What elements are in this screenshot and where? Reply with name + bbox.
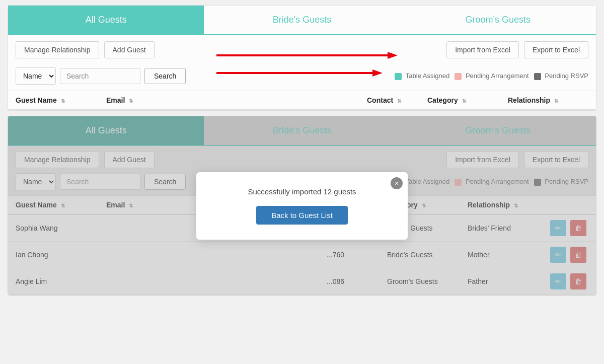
- top-filter-row: Name Search Table Assigned Pending Arran…: [8, 64, 596, 91]
- sort-arrows-relationship-top[interactable]: ⇅: [554, 98, 558, 104]
- legend-pending-rsvp-top: Pending RSVP: [534, 72, 588, 80]
- legend-dot-table-assigned-top: [395, 73, 402, 80]
- modal-close-button[interactable]: ×: [391, 177, 403, 189]
- search-input-top[interactable]: [60, 68, 140, 84]
- legend-dot-arrangement-top: [455, 73, 462, 80]
- col-header-email-top[interactable]: Email ⇅: [106, 96, 367, 104]
- sort-arrows-category-top[interactable]: ⇅: [462, 98, 466, 104]
- col-header-category-top[interactable]: Category ⇅: [427, 96, 508, 104]
- legend-table-assigned-top: Table Assigned: [395, 72, 449, 80]
- tab-all-guests-top[interactable]: All Guests: [8, 6, 204, 34]
- legend-pending-arrangement-top: Pending Arrangement: [455, 72, 528, 80]
- bottom-panel: All Guests Bride's Guests Groom's Guests…: [8, 116, 596, 296]
- tab-grooms-guests-top[interactable]: Groom's Guests: [400, 6, 596, 34]
- export-excel-button-top[interactable]: Export to Excel: [524, 41, 588, 58]
- filter-field-select-top[interactable]: Name: [16, 67, 56, 85]
- top-tabs: All Guests Bride's Guests Groom's Guests: [8, 6, 596, 35]
- toolbar-right-top: Import from Excel Export to Excel: [446, 41, 588, 58]
- sort-arrows-contact-top[interactable]: ⇅: [397, 98, 401, 104]
- legend-top: Table Assigned Pending Arrangement Pendi…: [395, 72, 588, 80]
- col-header-guest-name-top[interactable]: Guest Name ⇅: [16, 96, 106, 104]
- modal-overlay: × Successfully imported 12 guests Back t…: [8, 116, 596, 295]
- back-to-guest-list-button[interactable]: Back to Guest List: [256, 206, 348, 225]
- col-header-contact-top[interactable]: Contact ⇅: [367, 96, 427, 104]
- manage-relationship-button-top[interactable]: Manage Relationship: [16, 41, 99, 58]
- legend-dot-rsvp-top: [534, 73, 541, 80]
- col-header-relationship-top[interactable]: Relationship ⇅: [508, 96, 588, 104]
- sort-arrows-email-top[interactable]: ⇅: [129, 98, 133, 104]
- modal-message: Successfully imported 12 guests: [216, 187, 388, 196]
- sort-arrows-name-top[interactable]: ⇅: [61, 98, 65, 104]
- top-toolbar: Manage Relationship Add Guest Import fro…: [8, 35, 596, 64]
- tab-brides-guests-top[interactable]: Bride's Guests: [204, 6, 400, 34]
- modal-box: × Successfully imported 12 guests Back t…: [196, 172, 408, 240]
- top-panel: All Guests Bride's Guests Groom's Guests…: [8, 5, 596, 111]
- import-excel-button-top[interactable]: Import from Excel: [446, 41, 519, 58]
- search-button-top[interactable]: Search: [144, 68, 186, 84]
- table-header-top: Guest Name ⇅ Email ⇅ Contact ⇅ Category …: [8, 91, 596, 110]
- add-guest-button-top[interactable]: Add Guest: [104, 41, 155, 58]
